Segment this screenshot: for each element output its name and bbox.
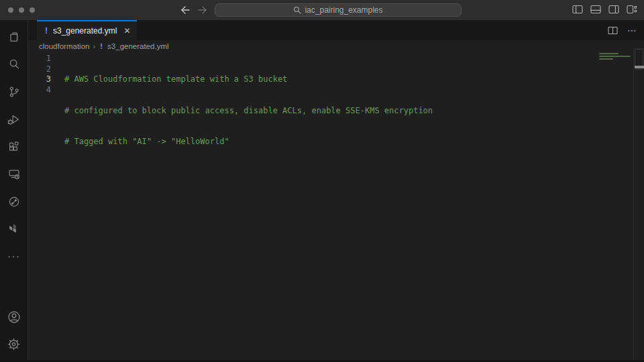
breadcrumb-folder[interactable]: cloudformation (39, 42, 89, 50)
back-icon[interactable] (180, 3, 191, 17)
accounts-icon[interactable] (0, 303, 28, 330)
line-number-gutter: 1 2 3 4 (28, 54, 51, 95)
minimap-line (599, 58, 613, 60)
settings-gear-icon[interactable] (0, 330, 28, 358)
circle-branch-extension-icon[interactable] (0, 188, 28, 215)
command-center-search[interactable]: iac_pairing_examples (215, 3, 462, 17)
search-icon (293, 6, 301, 14)
close-window-icon[interactable] (8, 7, 13, 13)
line-number: 1 (28, 54, 51, 64)
breadcrumb: cloudformation › ! s3_generated.yml (28, 40, 644, 52)
activity-bar: ··· (0, 20, 28, 362)
tab-bar: ! s3_generated.yml ✕ ⋯ (28, 20, 644, 40)
code-line (64, 168, 590, 179)
line-number-active: 3 (28, 74, 51, 85)
code-line: # Tagged with "AI" -> "HelloWorld" (64, 137, 590, 147)
code-line: # AWS Cloudformation template with a S3 … (64, 74, 590, 85)
minimap[interactable] (599, 53, 633, 61)
code-line: # configured to block public access, dis… (64, 106, 590, 117)
extensions-icon[interactable] (0, 133, 28, 160)
yaml-file-icon: ! (44, 26, 49, 36)
remote-explorer-icon[interactable] (0, 160, 28, 188)
forward-icon[interactable] (197, 3, 208, 17)
tab-label: s3_generated.yml (53, 26, 117, 36)
breadcrumb-file[interactable]: s3_generated.yml (107, 42, 168, 50)
chevron-right-icon: › (93, 42, 95, 50)
line-number: 4 (28, 85, 51, 96)
vscode-window: iac_pairing_examples (0, 0, 644, 362)
code-content[interactable]: # AWS Cloudformation template with a S3 … (64, 54, 590, 199)
customize-layout-icon[interactable] (627, 5, 637, 14)
minimap-line (599, 56, 631, 57)
terraform-icon[interactable] (0, 215, 28, 243)
search-view-icon[interactable] (0, 50, 28, 78)
code-editor[interactable]: 1 2 3 4 # AWS Cloudformation template wi… (28, 52, 644, 362)
overview-ruler[interactable] (633, 48, 644, 362)
cursor-position-marker (635, 66, 644, 68)
zoom-window-icon[interactable] (30, 7, 35, 13)
toggle-secondary-sidebar-icon[interactable] (608, 5, 619, 14)
minimize-window-icon[interactable] (19, 7, 24, 13)
title-bar: iac_pairing_examples (0, 0, 644, 20)
more-actions-icon[interactable]: ⋯ (627, 25, 637, 36)
split-editor-icon[interactable] (608, 26, 618, 35)
source-control-icon[interactable] (0, 78, 28, 105)
run-and-debug-icon[interactable] (0, 105, 28, 133)
search-value: iac_pairing_examples (305, 5, 382, 15)
toggle-panel-icon[interactable] (590, 5, 601, 14)
close-tab-icon[interactable]: ✕ (123, 26, 130, 36)
additional-views-icon[interactable]: ··· (0, 243, 28, 270)
tab-s3-generated-yml[interactable]: ! s3_generated.yml ✕ (37, 20, 137, 40)
yaml-file-icon: ! (99, 42, 104, 50)
line-number: 2 (28, 64, 51, 75)
window-controls (8, 7, 35, 13)
minimap-line (599, 53, 619, 54)
toggle-primary-sidebar-icon[interactable] (572, 5, 583, 14)
explorer-icon[interactable] (0, 23, 28, 50)
